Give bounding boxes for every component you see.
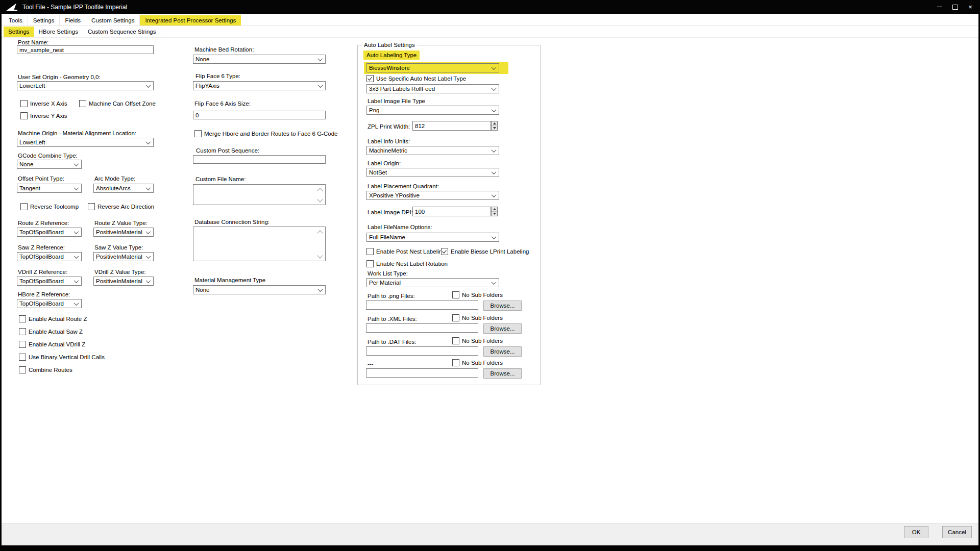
reverse-toolcomp-checkbox[interactable]: Reverse Toolcomp bbox=[20, 203, 79, 210]
checkbox-icon bbox=[19, 366, 26, 373]
zpl-print-width-spinner[interactable] bbox=[491, 121, 498, 131]
browse-xml-button[interactable]: Browse... bbox=[483, 323, 522, 334]
tab-tools[interactable]: Tools bbox=[4, 15, 28, 26]
custom-file-name-textarea[interactable] bbox=[193, 184, 326, 205]
checkbox-icon bbox=[20, 203, 28, 210]
flip-face6-type-select[interactable]: FlipYAxis bbox=[193, 81, 326, 90]
tab-fields[interactable]: Fields bbox=[60, 15, 86, 26]
label-image-file-type-select[interactable]: Png bbox=[366, 106, 499, 115]
browse-dat-button[interactable]: Browse... bbox=[483, 346, 522, 357]
close-icon: × bbox=[968, 4, 972, 10]
enable-biesse-lprint-labeling-checkbox[interactable]: Enable Biesse LPrint Labeling bbox=[441, 248, 529, 255]
vdrill-z-reference-select[interactable]: TopOfSpoilBoard bbox=[17, 277, 82, 286]
path-to-xml-files-input[interactable] bbox=[366, 323, 478, 333]
label-info-units-select[interactable]: MachineMetric bbox=[366, 146, 499, 155]
enable-actual-saw-z-checkbox[interactable]: Enable Actual Saw Z bbox=[19, 328, 83, 335]
combine-routes-checkbox[interactable]: Combine Routes bbox=[19, 366, 72, 373]
browse-png-button[interactable]: Browse... bbox=[483, 300, 522, 311]
material-management-type-select[interactable]: None bbox=[193, 285, 326, 294]
zpl-print-width-input[interactable] bbox=[412, 121, 491, 131]
scroll-down-icon[interactable] bbox=[317, 253, 323, 258]
reverse-arc-direction-checkbox[interactable]: Reverse Arc Direction bbox=[88, 203, 154, 210]
flip-face6-axis-size-input[interactable] bbox=[193, 111, 326, 119]
no-sub-folders-extra-checkbox[interactable]: No Sub Folders bbox=[452, 359, 503, 366]
no-sub-folders-dat-checkbox[interactable]: No Sub Folders bbox=[452, 337, 503, 344]
database-connection-string-textarea[interactable] bbox=[193, 227, 326, 261]
tab-integrated-post-processor-settings[interactable]: Integrated Post Processor Settings bbox=[140, 15, 241, 26]
checkbox-icon bbox=[19, 328, 26, 335]
ok-button[interactable]: OK bbox=[904, 526, 928, 538]
saw-z-reference-select[interactable]: TopOfSpoilBoard bbox=[17, 252, 82, 261]
tab-settings[interactable]: Settings bbox=[28, 15, 60, 26]
scroll-up-icon[interactable] bbox=[317, 188, 323, 193]
custom-post-sequence-label: Custom Post Sequence: bbox=[196, 147, 259, 154]
label-placement-quadrant-select[interactable]: XPositive YPositive bbox=[366, 191, 499, 200]
nest-label-type-select[interactable]: 3x3 Part Labels RollFeed bbox=[366, 84, 499, 93]
hbore-z-reference-value: TopOfSpoilBoard bbox=[19, 300, 64, 307]
chevron-down-icon bbox=[146, 254, 151, 259]
chevron-down-icon bbox=[492, 280, 497, 285]
machine-origin-select[interactable]: LowerLeft bbox=[17, 138, 154, 147]
inverse-x-axis-checkbox[interactable]: Inverse X Axis bbox=[20, 100, 67, 107]
saw-z-value-type-label: Saw Z Value Type: bbox=[94, 244, 143, 251]
minimize-button[interactable] bbox=[932, 0, 947, 14]
post-name-label: Post Name: bbox=[18, 39, 48, 46]
path-to-dat-files-input[interactable] bbox=[366, 346, 478, 356]
no-sub-folders-xml-checkbox[interactable]: No Sub Folders bbox=[452, 314, 503, 321]
subtab-hbore-settings[interactable]: HBore Settings bbox=[34, 27, 83, 37]
label-filename-options-select[interactable]: Full FileName bbox=[366, 233, 499, 242]
tab-custom-settings[interactable]: Custom Settings bbox=[86, 15, 140, 26]
route-z-reference-select[interactable]: TopOfSpoilBoard bbox=[17, 228, 82, 237]
use-specific-auto-nest-label-type-checkbox[interactable]: Use Specific Auto Nest Label Type bbox=[366, 75, 466, 82]
label-image-dpi-spinner[interactable] bbox=[491, 207, 498, 216]
subtab-custom-sequence-strings[interactable]: Custom Sequence Strings bbox=[83, 27, 161, 37]
checkbox-label: Enable Actual Route Z bbox=[29, 316, 87, 322]
hbore-z-reference-select[interactable]: TopOfSpoilBoard bbox=[17, 299, 82, 308]
nest-label-type-value: 3x3 Part Labels RollFeed bbox=[369, 86, 435, 92]
arc-mode-type-label: Arc Mode Type: bbox=[94, 176, 135, 182]
auto-labeling-type-select[interactable]: BiesseWinstore bbox=[366, 63, 499, 72]
user-set-origin-label: User Set Origin - Geometry 0,0: bbox=[18, 74, 101, 81]
machine-can-offset-zone-checkbox[interactable]: Machine Can Offset Zone bbox=[79, 100, 156, 107]
maximize-button[interactable] bbox=[947, 0, 963, 14]
flip-face6-type-label: Flip Face 6 Type: bbox=[195, 73, 240, 80]
post-name-input[interactable] bbox=[17, 45, 154, 54]
scroll-up-icon[interactable] bbox=[317, 230, 323, 236]
arc-mode-type-select[interactable]: AbsoluteArcs bbox=[93, 184, 154, 193]
work-list-type-select[interactable]: Per Material bbox=[366, 278, 499, 287]
path-to-png-files-input[interactable] bbox=[366, 300, 478, 310]
scroll-down-icon[interactable] bbox=[317, 196, 323, 202]
enable-actual-route-z-checkbox[interactable]: Enable Actual Route Z bbox=[19, 315, 87, 322]
app-logo-icon bbox=[5, 3, 18, 12]
route-z-value-type-select[interactable]: PositiveInMaterial bbox=[93, 228, 154, 237]
path-extra-label: --- bbox=[368, 361, 374, 367]
enable-nest-label-rotation-checkbox[interactable]: Enable Nest Label Rotation bbox=[366, 260, 448, 267]
label-image-dpi-input[interactable] bbox=[412, 207, 491, 216]
machine-bed-rotation-select[interactable]: None bbox=[193, 55, 326, 64]
window-controls: × bbox=[932, 0, 978, 14]
label-image-file-type-label: Label Image File Type bbox=[368, 98, 425, 105]
gcode-combine-type-select[interactable]: None bbox=[17, 160, 82, 169]
path-extra-input[interactable] bbox=[366, 368, 478, 378]
machine-bed-rotation-label: Machine Bed Rotation: bbox=[194, 46, 254, 53]
label-origin-select[interactable]: NotSet bbox=[366, 168, 499, 177]
merge-hbore-border-routes-checkbox[interactable]: Merge Hbore and Border Routes to Face 6 … bbox=[194, 130, 337, 137]
checkbox-icon bbox=[452, 359, 459, 366]
checkbox-label: No Sub Folders bbox=[462, 338, 503, 344]
close-button[interactable]: × bbox=[963, 0, 978, 14]
cancel-button[interactable]: Cancel bbox=[942, 526, 972, 538]
offset-point-type-select[interactable]: Tangent bbox=[17, 184, 82, 193]
hbore-z-reference-label: HBore Z Reference: bbox=[18, 291, 70, 298]
use-binary-vertical-drill-calls-checkbox[interactable]: Use Binary Vertical Drill Calls bbox=[19, 354, 105, 361]
inverse-y-axis-checkbox[interactable]: Inverse Y Axis bbox=[20, 112, 67, 119]
no-sub-folders-png-checkbox[interactable]: No Sub Folders bbox=[452, 291, 503, 298]
enable-post-nest-labeling-checkbox[interactable]: Enable Post Nest Labeling bbox=[366, 248, 446, 255]
custom-post-sequence-input[interactable] bbox=[193, 155, 326, 164]
enable-actual-vdrill-z-checkbox[interactable]: Enable Actual VDrill Z bbox=[19, 341, 85, 348]
browse-extra-button[interactable]: Browse... bbox=[483, 368, 522, 379]
saw-z-value-type-select[interactable]: PositiveInMaterial bbox=[93, 252, 154, 261]
label-placement-quadrant-value: XPositive YPositive bbox=[369, 192, 420, 198]
subtab-settings[interactable]: Settings bbox=[4, 27, 34, 37]
vdrill-z-value-type-select[interactable]: PositiveInMaterial bbox=[93, 277, 154, 286]
user-set-origin-select[interactable]: LowerLeft bbox=[17, 81, 154, 90]
